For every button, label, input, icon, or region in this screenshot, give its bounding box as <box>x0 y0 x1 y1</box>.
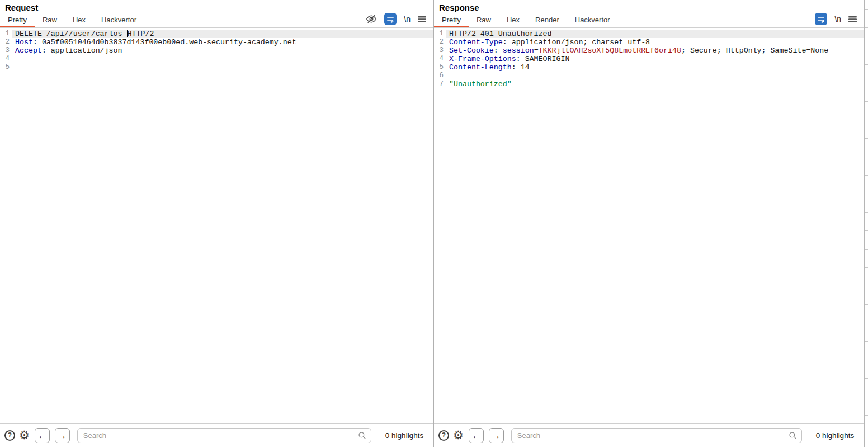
code-line[interactable]: 5 <box>0 63 433 72</box>
line-number: 7 <box>434 80 446 88</box>
search-prev-button[interactable]: ← <box>35 428 50 443</box>
tab-raw[interactable]: Raw <box>469 14 499 27</box>
tab-hackvertor[interactable]: Hackvertor <box>567 14 618 27</box>
search-next-button[interactable]: → <box>55 428 70 443</box>
tab-raw[interactable]: Raw <box>35 14 65 27</box>
response-search-wrap <box>511 428 802 443</box>
request-search-wrap <box>77 428 371 443</box>
code-line-text: HTTP/2 401 Unauthorized <box>446 30 864 38</box>
request-tabs: PrettyRawHexHackvertor <box>0 14 144 27</box>
line-number: 4 <box>0 55 12 63</box>
word-wrap-toggle-icon[interactable] <box>384 13 397 25</box>
response-editor[interactable]: 1HTTP/2 401 Unauthorized2Content-Type: a… <box>434 28 864 423</box>
line-number: 2 <box>0 38 12 46</box>
search-settings-icon[interactable]: ⚙ <box>453 430 464 441</box>
request-editor[interactable]: 1DELETE /api//user/carlos HTTP/22Host: 0… <box>0 28 433 423</box>
search-icon <box>358 431 366 442</box>
response-highlights-count: 0 highlights <box>806 431 864 440</box>
line-number: 1 <box>0 30 12 38</box>
search-next-button[interactable]: → <box>489 428 504 443</box>
request-search-input[interactable] <box>77 428 371 443</box>
word-wrap-toggle-icon[interactable] <box>815 13 827 25</box>
code-line[interactable]: 1HTTP/2 401 Unauthorized <box>434 30 864 38</box>
request-search-bar: ? ⚙ ← → 0 highlights <box>0 423 433 447</box>
tab-pretty[interactable]: Pretty <box>434 14 469 27</box>
scrollbar-track[interactable] <box>864 0 868 447</box>
editor-menu-icon[interactable] <box>418 16 426 23</box>
request-editor-toolbar: \n <box>366 13 433 27</box>
search-help-icon[interactable]: ? <box>4 430 15 441</box>
http-message-viewer: Request PrettyRawHexHackvertor <box>0 0 868 447</box>
response-panel: Response PrettyRawHexRenderHackvertor \n <box>434 0 864 447</box>
code-line-text: Set-Cookie: session=TKKRjltOAH2soXT5Q8Lm… <box>446 46 864 55</box>
line-number: 3 <box>0 46 12 55</box>
code-line-text <box>446 72 864 80</box>
code-line[interactable]: 1DELETE /api//user/carlos HTTP/2 <box>0 30 433 38</box>
code-line-text: Host: 0a5f00510464d0b3837d143f00eb00ed.w… <box>12 38 433 46</box>
code-line[interactable]: 2Content-Type: application/json; charset… <box>434 38 864 46</box>
line-number: 1 <box>434 30 446 38</box>
code-line[interactable]: 2Host: 0a5f00510464d0b3837d143f00eb00ed.… <box>0 38 433 46</box>
code-line[interactable]: 6 <box>434 72 864 80</box>
newline-toggle-icon[interactable]: \n <box>404 15 411 23</box>
code-line-text: Content-Length: 14 <box>446 63 864 72</box>
code-line[interactable]: 3Set-Cookie: session=TKKRjltOAH2soXT5Q8L… <box>434 46 864 55</box>
line-number: 4 <box>434 55 446 63</box>
code-line-text <box>12 63 433 72</box>
response-search-bar: ? ⚙ ← → 0 highlights <box>434 423 864 447</box>
code-line[interactable]: 7"Unauthorized" <box>434 80 864 88</box>
response-code: 1HTTP/2 401 Unauthorized2Content-Type: a… <box>434 30 864 88</box>
scrollbar-ticks <box>865 0 868 422</box>
request-panel: Request PrettyRawHexHackvertor <box>0 0 434 447</box>
newline-toggle-icon[interactable]: \n <box>834 15 841 23</box>
request-code: 1DELETE /api//user/carlos HTTP/22Host: 0… <box>0 30 433 72</box>
search-prev-button[interactable]: ← <box>469 428 484 443</box>
tab-hackvertor[interactable]: Hackvertor <box>93 14 144 27</box>
response-search-input[interactable] <box>511 428 802 443</box>
response-tabs: PrettyRawHexRenderHackvertor <box>434 14 618 27</box>
response-panel-title: Response <box>434 0 864 15</box>
code-line[interactable]: 5Content-Length: 14 <box>434 63 864 72</box>
code-line[interactable]: 4X-Frame-Options: SAMEORIGIN <box>434 55 864 63</box>
code-line-text: "Unauthorized" <box>446 80 864 88</box>
code-line-text: X-Frame-Options: SAMEORIGIN <box>446 55 864 63</box>
search-settings-icon[interactable]: ⚙ <box>19 430 30 441</box>
line-number: 5 <box>0 63 12 72</box>
line-number: 2 <box>434 38 446 46</box>
line-number: 6 <box>434 72 446 80</box>
response-tab-bar: PrettyRawHexRenderHackvertor \n <box>434 15 864 28</box>
line-number: 3 <box>434 46 446 55</box>
code-line-text: DELETE /api//user/carlos HTTP/2 <box>12 30 433 38</box>
search-help-icon[interactable]: ? <box>438 430 449 441</box>
code-line[interactable]: 3Accept: application/json <box>0 46 433 55</box>
code-line-text <box>12 55 433 63</box>
code-line-text: Accept: application/json <box>12 46 433 55</box>
editor-menu-icon[interactable] <box>848 16 857 23</box>
tab-pretty[interactable]: Pretty <box>0 14 35 27</box>
search-icon <box>789 431 797 442</box>
tab-hex[interactable]: Hex <box>65 14 93 27</box>
tab-render[interactable]: Render <box>527 14 567 27</box>
code-line[interactable]: 4 <box>0 55 433 63</box>
code-line-text: Content-Type: application/json; charset=… <box>446 38 864 46</box>
tab-hex[interactable]: Hex <box>499 14 527 27</box>
response-editor-toolbar: \n <box>815 13 864 27</box>
line-number: 5 <box>434 63 446 72</box>
request-tab-bar: PrettyRawHexHackvertor \n <box>0 15 433 28</box>
request-highlights-count: 0 highlights <box>375 431 433 440</box>
show-nonprintable-toggle-icon[interactable] <box>366 15 377 23</box>
